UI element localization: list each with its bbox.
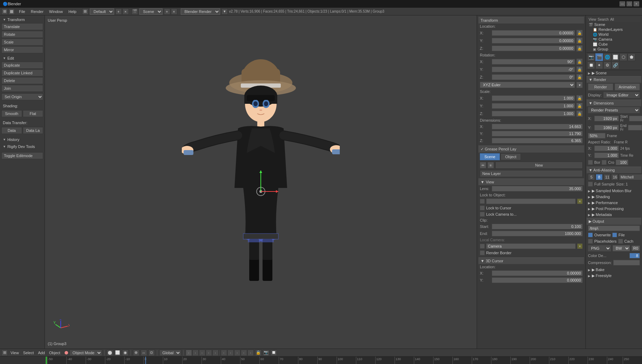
scene-add-icon[interactable]: + <box>164 8 170 15</box>
color-mode-select[interactable]: BW RGB RGBA <box>613 245 630 251</box>
start-frame-input[interactable] <box>629 116 642 121</box>
transform-section-title[interactable]: ▼ Transform <box>1 17 43 22</box>
scale-y-lock[interactable]: 🔒 <box>576 103 583 109</box>
placeholders-checkbox[interactable] <box>588 239 593 244</box>
history-section-title[interactable]: ▼ History <box>1 137 43 142</box>
post-processing-collapse[interactable]: ▶ ▶ Post Processing <box>587 206 641 212</box>
gp-layers-icon[interactable]: ≡ <box>488 162 494 168</box>
view-icon[interactable]: ⊞ <box>1 8 8 15</box>
layer-4[interactable]: · <box>206 350 212 356</box>
rot-x-input[interactable] <box>492 59 575 65</box>
rot-mode-icon[interactable]: ▾ <box>576 82 583 88</box>
sampled-mb-collapse[interactable]: ▶ ▶ Sampled Motion Blur <box>587 188 641 194</box>
transform-header[interactable]: Transform <box>478 17 584 23</box>
rot-x-lock[interactable]: 🔒 <box>576 59 583 65</box>
viewport-shading-wire[interactable]: ⬜ <box>114 350 121 356</box>
crop-val-input[interactable] <box>616 160 628 165</box>
data-transfer-section-title[interactable]: Data Transfer: <box>1 120 43 126</box>
outliner-world[interactable]: 🌐 World <box>587 32 641 37</box>
edit-section-title[interactable]: ▼ Edit <box>1 55 43 61</box>
layout-select[interactable]: Default <box>90 8 114 15</box>
rotation-mode-select[interactable]: XYZ Euler <box>480 82 575 88</box>
asp-x-input[interactable] <box>594 146 619 151</box>
camera-checkbox[interactable] <box>480 244 485 249</box>
rot-z-input[interactable] <box>492 74 575 80</box>
particle-props-icon[interactable]: ✦ <box>595 61 603 69</box>
shading-section-title[interactable]: Shading: <box>1 103 43 109</box>
aa-5[interactable]: 5 <box>588 174 595 180</box>
scale-x-lock[interactable]: 🔒 <box>576 95 583 101</box>
render-presets-select[interactable]: Render Presets <box>588 107 640 113</box>
snap-icon[interactable]: ⊕ <box>133 350 139 356</box>
outliner-renderlayers[interactable]: 📋 RenderLayers <box>587 27 641 32</box>
window-menu[interactable]: Window <box>46 9 66 14</box>
engine-select[interactable]: Blender Render <box>181 8 220 15</box>
layer-6[interactable]: · <box>221 350 227 356</box>
output-section-header[interactable]: ▶ Output <box>587 218 641 225</box>
display-select[interactable]: Image Editor <box>603 92 640 98</box>
delete-button[interactable]: Delete <box>1 77 43 84</box>
rot-y-input[interactable] <box>492 67 575 72</box>
scale-y-input[interactable] <box>492 103 575 109</box>
render-button[interactable]: Render <box>588 83 613 90</box>
viewport-icon-bottom[interactable]: ⊞ <box>1 350 8 356</box>
rot-y-lock[interactable]: 🔒 <box>576 66 583 73</box>
loc-y-input[interactable] <box>492 38 575 43</box>
viewport-shading-solid[interactable]: ⬤ <box>107 350 113 356</box>
scene-close-icon[interactable]: × <box>171 8 177 15</box>
smooth-button[interactable]: Smooth <box>1 110 22 117</box>
lock-cursor-checkbox[interactable] <box>480 205 485 210</box>
render-section-header[interactable]: ▼ Render <box>587 76 641 83</box>
loc-z-input[interactable] <box>492 46 575 51</box>
maximize-button[interactable]: □ <box>627 1 632 6</box>
layer-8[interactable]: · <box>234 350 240 356</box>
outliner-scene[interactable]: 🎬 Scene <box>587 22 641 27</box>
loc-z-lock[interactable]: 🔒 <box>576 45 583 52</box>
engine-settings-icon[interactable]: ▾ <box>221 8 228 15</box>
object-props-icon[interactable]: ⬜ <box>611 53 619 61</box>
aa-8[interactable]: 8 <box>596 174 603 180</box>
constraint-props-icon[interactable]: 🔗 <box>611 61 619 69</box>
file-checkbox[interactable] <box>612 232 617 237</box>
mirror-button[interactable]: Mirror <box>1 46 43 53</box>
end-frame-input[interactable] <box>628 125 642 130</box>
layer-10[interactable]: · <box>247 350 254 356</box>
dim-y-input[interactable] <box>492 131 583 136</box>
view-header[interactable]: ▼ View <box>478 178 584 185</box>
shading-collapse[interactable]: ▶ ▶ Shading <box>587 194 641 200</box>
add-menu-bottom[interactable]: Add <box>37 351 46 355</box>
lock-camera-checkbox[interactable] <box>480 212 485 217</box>
duplicate-linked-button[interactable]: Duplicate Linked <box>1 69 43 76</box>
layer-3[interactable]: · <box>199 350 205 356</box>
texture-props-icon[interactable]: 🔲 <box>587 61 595 69</box>
physics-props-icon[interactable]: ⚙ <box>603 61 611 69</box>
scene-collapse[interactable]: ▶ ▶ Scene <box>587 70 641 76</box>
lock-icon[interactable]: 🔒 <box>255 350 262 356</box>
camera-input[interactable] <box>486 243 576 249</box>
data-la-button[interactable]: Data La <box>23 127 44 134</box>
freestyle-collapse[interactable]: ▶ ▶ Freestyle <box>587 273 641 279</box>
pivot-center-select[interactable]: Global <box>159 350 181 356</box>
gp-scene-tab[interactable]: Scene <box>480 153 500 160</box>
add-layout-icon[interactable]: + <box>115 8 122 15</box>
camera-close[interactable]: × <box>577 243 583 249</box>
object-menu-bottom[interactable]: Object <box>48 351 62 355</box>
layer-9[interactable]: · <box>241 350 247 356</box>
flat-button[interactable]: Flat <box>23 110 44 117</box>
move-icon[interactable]: ↔ <box>141 350 147 356</box>
cache-checkbox[interactable] <box>618 239 623 244</box>
outliner-camera[interactable]: 📷 Camera <box>587 37 641 42</box>
gp-new-button[interactable]: New <box>495 162 583 169</box>
set-origin-select[interactable]: Set Origin <box>1 93 43 100</box>
cursor-x-input[interactable] <box>492 270 583 276</box>
dim-x-input[interactable] <box>492 124 583 129</box>
aa-filter-input[interactable] <box>619 174 642 180</box>
outliner-group[interactable]: ▣ Group <box>587 47 641 52</box>
cursor-y-input[interactable] <box>492 277 583 283</box>
aa-16[interactable]: 16 <box>611 174 618 180</box>
world-props-icon[interactable]: 🌐 <box>603 53 611 61</box>
close-button[interactable]: × <box>634 1 639 6</box>
view-menu-bottom[interactable]: View <box>9 351 20 355</box>
scene-select[interactable]: Scene <box>139 8 163 15</box>
rotate-button[interactable]: Rotate <box>1 31 43 38</box>
